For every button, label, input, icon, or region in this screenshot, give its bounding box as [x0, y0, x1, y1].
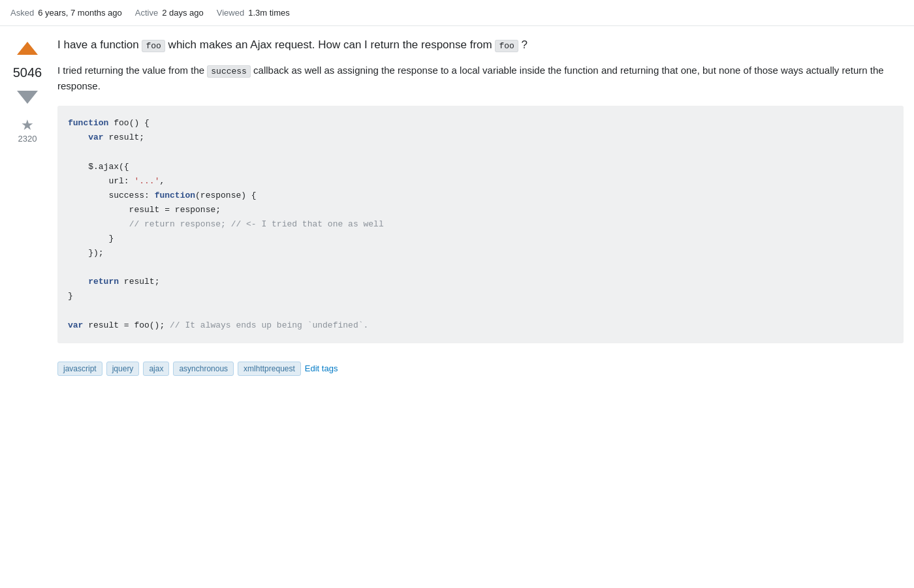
- question-body: I have a function foo which makes an Aja…: [50, 37, 904, 386]
- title-code1: foo: [142, 40, 165, 52]
- title-part3: ?: [518, 39, 528, 51]
- title-part2: which makes an Ajax request. How can I r…: [165, 39, 496, 51]
- edit-tags-button[interactable]: Edit tags: [305, 364, 338, 373]
- viewed-value: 1.3m times: [248, 8, 290, 18]
- tag-asynchronous[interactable]: asynchronous: [173, 362, 234, 376]
- meta-bar: Asked 6 years, 7 months ago Active 2 day…: [0, 0, 914, 26]
- favorite-section: ★ 2320: [18, 118, 37, 144]
- upvote-icon: [16, 38, 39, 61]
- asked-value: 6 years, 7 months ago: [38, 8, 122, 18]
- tag-javascript[interactable]: javascript: [57, 362, 102, 376]
- title-code2: foo: [495, 40, 518, 52]
- asked-label: Asked: [10, 8, 34, 18]
- tag-jquery[interactable]: jquery: [106, 362, 140, 376]
- question-layout: 5046 ★ 2320 I have a function foo which …: [0, 26, 914, 386]
- vote-count: 5046: [13, 65, 42, 80]
- active-label: Active: [135, 8, 158, 18]
- favorite-count: 2320: [18, 134, 37, 144]
- desc-code: success: [207, 65, 251, 78]
- favorite-button[interactable]: ★: [21, 118, 34, 132]
- viewed-label: Viewed: [217, 8, 244, 18]
- vote-down-button[interactable]: [14, 83, 40, 109]
- active-value: 2 days ago: [162, 8, 204, 18]
- downvote-icon: [16, 84, 39, 108]
- code-block: function foo() { var result; $.ajax({ ur…: [57, 106, 904, 343]
- title-part1: I have a function: [57, 39, 142, 51]
- tag-ajax[interactable]: ajax: [143, 362, 169, 376]
- question-description: I tried returning the value from the suc…: [57, 63, 904, 95]
- tag-xmlhttprequest[interactable]: xmlhttprequest: [238, 362, 301, 376]
- vote-column: 5046 ★ 2320: [10, 37, 50, 386]
- desc-part1: I tried returning the value from the: [57, 65, 207, 76]
- vote-up-button[interactable]: [14, 37, 40, 63]
- tags-section: javascript jquery ajax asynchronous xmlh…: [57, 355, 904, 386]
- question-title: I have a function foo which makes an Aja…: [57, 37, 904, 54]
